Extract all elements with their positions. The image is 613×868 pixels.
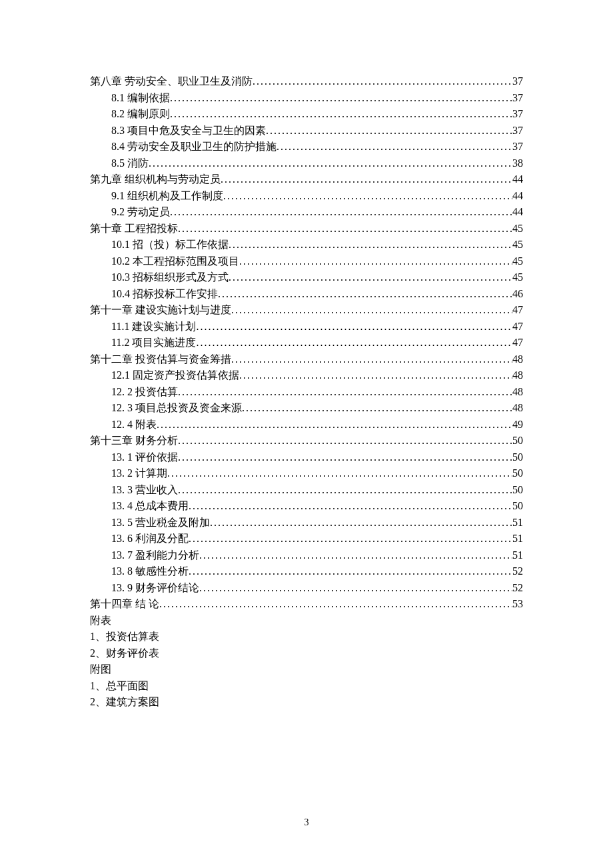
toc-page-number: 50 bbox=[512, 433, 523, 449]
toc-entry: 10.1 招（投）标工作依据45 bbox=[90, 237, 523, 253]
toc-leader bbox=[178, 221, 512, 237]
toc-page-number: 37 bbox=[512, 139, 523, 155]
toc-page-number: 48 bbox=[512, 351, 523, 368]
toc-page-number: 48 bbox=[512, 384, 523, 401]
toc-entry: 13. 3 营业收入50 bbox=[90, 482, 523, 499]
toc-leader bbox=[266, 123, 512, 139]
toc-entry: 12.1 固定资产投资估算依据48 bbox=[90, 367, 523, 384]
toc-page-number: 50 bbox=[512, 449, 523, 466]
toc-page-number: 50 bbox=[512, 498, 523, 515]
toc-page-number: 45 bbox=[512, 269, 523, 286]
toc-page-number: 51 bbox=[512, 547, 523, 564]
toc-leader bbox=[231, 351, 512, 368]
toc-leader bbox=[178, 482, 512, 499]
toc-label: 13. 3 营业收入 bbox=[111, 482, 178, 499]
toc-label: 10.2 本工程招标范围及项目 bbox=[111, 253, 239, 270]
toc-page-number: 52 bbox=[512, 563, 523, 580]
appendix-line: 2、财务评价表 bbox=[90, 645, 523, 662]
toc-leader bbox=[196, 319, 512, 335]
toc-label: 13. 5 营业税金及附加 bbox=[111, 515, 210, 531]
toc-label: 13. 2 计算期 bbox=[111, 465, 167, 482]
toc-page-number: 49 bbox=[512, 417, 523, 433]
toc-leader bbox=[167, 465, 512, 482]
toc-page-number: 38 bbox=[512, 155, 523, 172]
toc-label: 第十三章 财务分析 bbox=[90, 433, 178, 449]
toc-page-number: 37 bbox=[512, 73, 523, 90]
toc-entry: 第十章 工程招投标45 bbox=[90, 221, 523, 237]
toc-entry: 13. 5 营业税金及附加51 bbox=[90, 515, 523, 531]
toc-label: 第十章 工程招投标 bbox=[90, 221, 178, 237]
toc-entry: 第九章 组织机构与劳动定员44 bbox=[90, 171, 523, 188]
toc-label: 12.1 固定资产投资估算依据 bbox=[111, 367, 239, 384]
toc-label: 12. 3 项目总投资及资金来源 bbox=[111, 400, 242, 417]
toc-leader bbox=[170, 106, 512, 123]
toc-label: 10.3 招标组织形式及方式 bbox=[111, 269, 229, 286]
toc-entry: 8.2 编制原则37 bbox=[90, 106, 523, 123]
toc-entry: 13. 1 评价依据50 bbox=[90, 449, 523, 466]
toc-page-number: 47 bbox=[512, 319, 523, 335]
toc-leader bbox=[149, 155, 512, 172]
toc-entry: 13. 6 利润及分配51 bbox=[90, 531, 523, 547]
appendix-list: 附表1、投资估算表2、财务评价表附图1、总平面图2、建筑方案图 bbox=[90, 613, 523, 711]
toc-entry: 12. 2 投资估算48 bbox=[90, 384, 523, 401]
toc-label: 第十四章 结 论 bbox=[90, 596, 159, 613]
toc-page-number: 48 bbox=[512, 367, 523, 384]
toc-page-number: 37 bbox=[512, 123, 523, 139]
toc-entry: 12. 3 项目总投资及资金来源48 bbox=[90, 400, 523, 417]
toc-label: 13. 4 总成本费用 bbox=[111, 498, 189, 515]
toc-label: 第八章 劳动安全、职业卫生及消防 bbox=[90, 73, 253, 90]
toc-entry: 9.1 组织机构及工作制度44 bbox=[90, 188, 523, 205]
toc-entry: 13. 9 财务评价结论52 bbox=[90, 580, 523, 597]
toc-page-number: 50 bbox=[512, 465, 523, 482]
toc-label: 第九章 组织机构与劳动定员 bbox=[90, 171, 221, 188]
toc-entry: 第八章 劳动安全、职业卫生及消防37 bbox=[90, 73, 523, 90]
page-number: 3 bbox=[0, 817, 613, 828]
toc-label: 12. 2 投资估算 bbox=[111, 384, 178, 401]
toc-leader bbox=[210, 515, 512, 531]
toc-leader bbox=[178, 433, 512, 449]
toc-entry: 11.2 项目实施进度47 bbox=[90, 335, 523, 351]
toc-page-number: 45 bbox=[512, 221, 523, 237]
toc-entry: 13. 8 敏感性分析52 bbox=[90, 563, 523, 580]
toc-leader bbox=[231, 302, 512, 319]
toc-leader bbox=[229, 237, 512, 253]
toc-entry: 8.4 劳动安全及职业卫生的防护措施37 bbox=[90, 139, 523, 155]
toc-label: 9.1 组织机构及工作制度 bbox=[111, 188, 223, 205]
toc-page-number: 45 bbox=[512, 253, 523, 270]
toc-leader bbox=[170, 204, 512, 221]
appendix-line: 附图 bbox=[90, 661, 523, 678]
appendix-line: 1、总平面图 bbox=[90, 678, 523, 695]
toc-leader bbox=[189, 531, 512, 547]
toc-entry: 13. 4 总成本费用50 bbox=[90, 498, 523, 515]
toc-label: 11.2 项目实施进度 bbox=[111, 335, 196, 351]
toc-page-number: 47 bbox=[512, 302, 523, 319]
toc-label: 8.2 编制原则 bbox=[111, 106, 170, 123]
toc-label: 13. 6 利润及分配 bbox=[111, 531, 189, 547]
toc-leader bbox=[170, 90, 512, 107]
toc-label: 11.1 建设实施计划 bbox=[111, 319, 196, 335]
table-of-contents: 第八章 劳动安全、职业卫生及消防378.1 编制依据378.2 编制原则378.… bbox=[90, 73, 523, 613]
toc-page-number: 46 bbox=[512, 286, 523, 303]
toc-entry: 13. 2 计算期50 bbox=[90, 465, 523, 482]
toc-leader bbox=[199, 580, 512, 597]
toc-leader bbox=[239, 367, 512, 384]
toc-page-number: 53 bbox=[512, 596, 523, 613]
toc-page-number: 51 bbox=[512, 531, 523, 547]
toc-page-number: 48 bbox=[512, 400, 523, 417]
toc-label: 8.4 劳动安全及职业卫生的防护措施 bbox=[111, 139, 277, 155]
toc-entry: 11.1 建设实施计划47 bbox=[90, 319, 523, 335]
toc-entry: 第十三章 财务分析50 bbox=[90, 433, 523, 449]
toc-page-number: 50 bbox=[512, 482, 523, 499]
toc-label: 12. 4 附表 bbox=[111, 417, 157, 433]
toc-entry: 8.1 编制依据37 bbox=[90, 90, 523, 107]
toc-leader bbox=[223, 188, 512, 205]
toc-label: 13. 8 敏感性分析 bbox=[111, 563, 189, 580]
toc-entry: 8.3 项目中危及安全与卫生的因素37 bbox=[90, 123, 523, 139]
toc-page-number: 52 bbox=[512, 580, 523, 597]
toc-leader bbox=[157, 417, 512, 433]
toc-leader bbox=[221, 171, 512, 188]
toc-page-number: 47 bbox=[512, 335, 523, 351]
toc-label: 13. 1 评价依据 bbox=[111, 449, 178, 466]
toc-leader bbox=[159, 596, 512, 613]
appendix-line: 2、建筑方案图 bbox=[90, 694, 523, 711]
